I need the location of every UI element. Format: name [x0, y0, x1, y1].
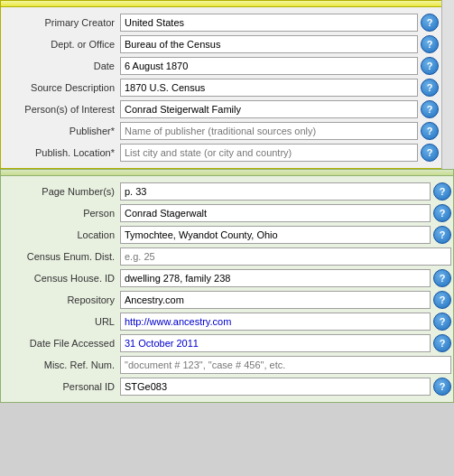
detail-label-6: URL [3, 316, 120, 327]
field-row: Location? [3, 225, 451, 245]
detail-label-2: Location [3, 229, 120, 240]
master-source-section: Primary Creator?Dept. or Office?Date?Sou… [0, 0, 454, 169]
detail-label-1: Person [3, 208, 120, 219]
detail-label-5: Repository [3, 294, 120, 305]
field-row: Date File Accessed? [3, 333, 451, 353]
master-input-6[interactable] [120, 144, 418, 162]
detail-input-6[interactable] [120, 313, 431, 331]
master-input-4[interactable] [120, 100, 418, 118]
detail-label-9: Personal ID [3, 381, 120, 392]
help-button-0[interactable]: ? [433, 182, 451, 201]
detail-input-9[interactable] [120, 378, 431, 396]
detail-label-0: Page Number(s) [3, 186, 120, 197]
help-button-6[interactable]: ? [433, 313, 451, 331]
field-row: Personal ID? [3, 377, 451, 397]
master-source-scrollbar[interactable] [441, 0, 454, 169]
field-row: Primary Creator? [3, 13, 439, 33]
master-label-0: Primary Creator [3, 17, 120, 28]
detail-input-7[interactable] [120, 334, 431, 352]
field-row: Dept. or Office? [3, 34, 439, 54]
field-row: Census House. ID? [3, 268, 451, 288]
help-button-2[interactable]: ? [433, 226, 451, 244]
master-input-5[interactable] [120, 122, 418, 140]
field-row: Page Number(s)? [3, 182, 451, 201]
source-details-header [0, 169, 454, 176]
source-details-section: Page Number(s)?Person?Location?Census En… [0, 169, 454, 403]
detail-input-8[interactable] [120, 356, 451, 374]
master-label-1: Dept. or Office [3, 39, 120, 50]
source-details-body: Page Number(s)?Person?Location?Census En… [0, 176, 454, 403]
help-button-5[interactable]: ? [433, 291, 451, 309]
master-input-0[interactable] [120, 14, 418, 32]
help-button-9[interactable]: ? [433, 378, 451, 396]
master-label-4: Person(s) of Interest [3, 104, 120, 115]
help-button-3[interactable]: ? [421, 79, 439, 97]
detail-input-2[interactable] [120, 226, 431, 244]
field-row: URL? [3, 312, 451, 331]
master-label-2: Date [3, 61, 120, 71]
master-label-5: Publisher* [3, 126, 120, 136]
detail-input-5[interactable] [120, 291, 431, 309]
field-row: Repository? [3, 290, 451, 310]
master-source-body: Primary Creator?Dept. or Office?Date?Sou… [0, 7, 454, 169]
detail-input-1[interactable] [120, 204, 431, 222]
master-input-3[interactable] [120, 79, 418, 97]
field-row: Census Enum. Dist. [3, 247, 451, 266]
field-row: Publisher*? [3, 121, 439, 141]
detail-input-0[interactable] [120, 182, 431, 201]
help-button-4[interactable]: ? [421, 100, 439, 118]
detail-label-7: Date File Accessed [3, 338, 120, 349]
detail-label-4: Census House. ID [3, 273, 120, 284]
detail-label-3: Census Enum. Dist. [3, 251, 120, 262]
help-button-1[interactable]: ? [421, 35, 439, 53]
help-button-5[interactable]: ? [421, 122, 439, 140]
master-input-1[interactable] [120, 35, 418, 53]
help-button-2[interactable]: ? [421, 57, 439, 75]
field-row: Person? [3, 203, 451, 223]
help-button-1[interactable]: ? [433, 204, 451, 222]
master-label-3: Source Description [3, 82, 120, 93]
help-button-7[interactable]: ? [433, 334, 451, 352]
field-row: Person(s) of Interest? [3, 99, 439, 119]
master-label-6: Publish. Location* [3, 147, 120, 158]
help-button-0[interactable]: ? [421, 14, 439, 32]
help-button-6[interactable]: ? [421, 144, 439, 162]
field-row: Source Description? [3, 78, 439, 98]
field-row: Date? [3, 56, 439, 76]
master-source-header [0, 0, 454, 7]
master-input-2[interactable] [120, 57, 418, 75]
detail-input-3[interactable] [120, 247, 451, 266]
detail-label-8: Misc. Ref. Num. [3, 359, 120, 370]
field-row: Misc. Ref. Num. [3, 355, 451, 375]
field-row: Publish. Location*? [3, 143, 439, 163]
detail-input-4[interactable] [120, 269, 431, 287]
help-button-4[interactable]: ? [433, 269, 451, 287]
